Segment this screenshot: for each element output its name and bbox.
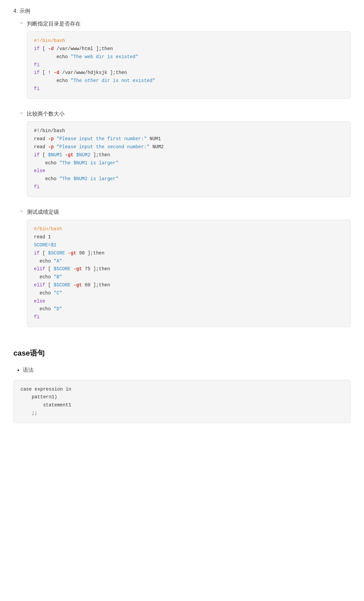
example-item-2: 比较两个数大小 #!/bin/bash read -p "Please inpu… [20, 110, 351, 197]
case-syntax-item: 语法 [23, 366, 351, 374]
case-bullet-list: 语法 [13, 366, 351, 374]
section-number: 4. 示例 [13, 7, 351, 15]
code-block-2: #!/bin/bash read -p "Please input the fi… [27, 121, 351, 197]
example-item-3: 测试成绩定级 #/bin/bash read 1 SCORE=$1 if [ $… [20, 208, 351, 327]
page-content: 4. 示例 判断指定目录是否存在 #!/bin/bash if [ -d /va… [13, 7, 351, 423]
case-section: case语句 语法 case expression in pattern1) s… [13, 347, 351, 423]
case-heading: case语句 [13, 347, 351, 359]
example-item-1: 判断指定目录是否存在 #!/bin/bash if [ -d /var/www/… [20, 19, 351, 99]
example-label-2: 比较两个数大小 [27, 110, 351, 118]
example-label-1: 判断指定目录是否存在 [27, 19, 351, 28]
code-block-1: #!/bin/bash if [ -d /var/www/html ];then… [27, 31, 351, 99]
case-syntax-label: 语法 [23, 367, 34, 373]
examples-list: 判断指定目录是否存在 #!/bin/bash if [ -d /var/www/… [13, 19, 351, 327]
code-block-4: case expression in pattern1) statement1 … [13, 380, 351, 423]
example-label-3: 测试成绩定级 [27, 208, 351, 216]
code-block-3: #/bin/bash read 1 SCORE=$1 if [ $SCORE -… [27, 219, 351, 327]
